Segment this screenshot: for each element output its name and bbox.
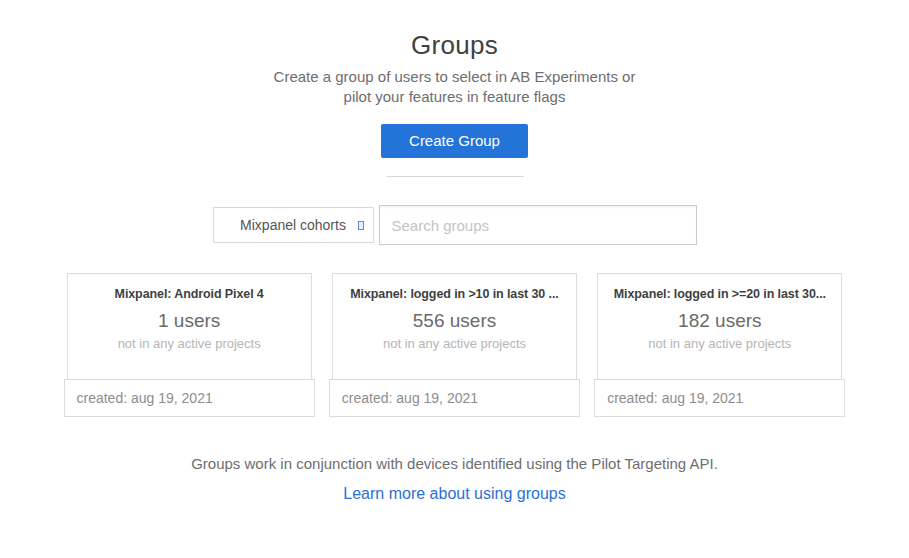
dropdown-indicator-icon [358,221,364,230]
group-users-count: 182 users [598,310,841,332]
group-title: Mixpanel: logged in >10 in last 30 ... [333,287,576,301]
page-title: Groups [0,30,909,61]
group-users-count: 556 users [333,310,576,332]
group-card[interactable]: Mixpanel: Android Pixel 4 1 users not in… [64,273,315,417]
cohort-source-label: Mixpanel cohorts [240,217,346,233]
group-card-body: Mixpanel: logged in >10 in last 30 ... 5… [332,273,577,380]
groups-info-note: Groups work in conjunction with devices … [0,455,909,472]
divider [386,176,524,177]
group-projects-note: not in any active projects [68,336,311,351]
group-created-date: created: aug 19, 2021 [594,379,845,417]
group-title: Mixpanel: logged in >=20 in last 30... [598,287,841,301]
learn-more-row: Learn more about using groups [0,485,909,503]
group-card-body: Mixpanel: Android Pixel 4 1 users not in… [67,273,312,380]
group-projects-note: not in any active projects [333,336,576,351]
group-card-list: Mixpanel: Android Pixel 4 1 users not in… [64,273,846,417]
filter-bar: Mixpanel cohorts [0,205,909,245]
groups-page: Groups Create a group of users to select… [0,0,909,558]
group-card-body: Mixpanel: logged in >=20 in last 30... 1… [597,273,842,380]
group-title: Mixpanel: Android Pixel 4 [68,287,311,301]
group-users-count: 1 users [68,310,311,332]
page-subtitle: Create a group of users to select in AB … [0,67,909,107]
subtitle-line-1: Create a group of users to select in AB … [0,67,909,87]
search-input[interactable] [379,205,697,245]
cohort-source-dropdown[interactable]: Mixpanel cohorts [213,207,374,243]
group-projects-note: not in any active projects [598,336,841,351]
group-card[interactable]: Mixpanel: logged in >=20 in last 30... 1… [594,273,845,417]
create-group-button[interactable]: Create Group [381,124,528,158]
hero-section: Groups Create a group of users to select… [0,0,909,177]
group-created-date: created: aug 19, 2021 [64,379,315,417]
learn-more-link[interactable]: Learn more about using groups [343,485,565,502]
group-created-date: created: aug 19, 2021 [329,379,580,417]
subtitle-line-2: pilot your features in feature flags [0,87,909,107]
group-card[interactable]: Mixpanel: logged in >10 in last 30 ... 5… [329,273,580,417]
